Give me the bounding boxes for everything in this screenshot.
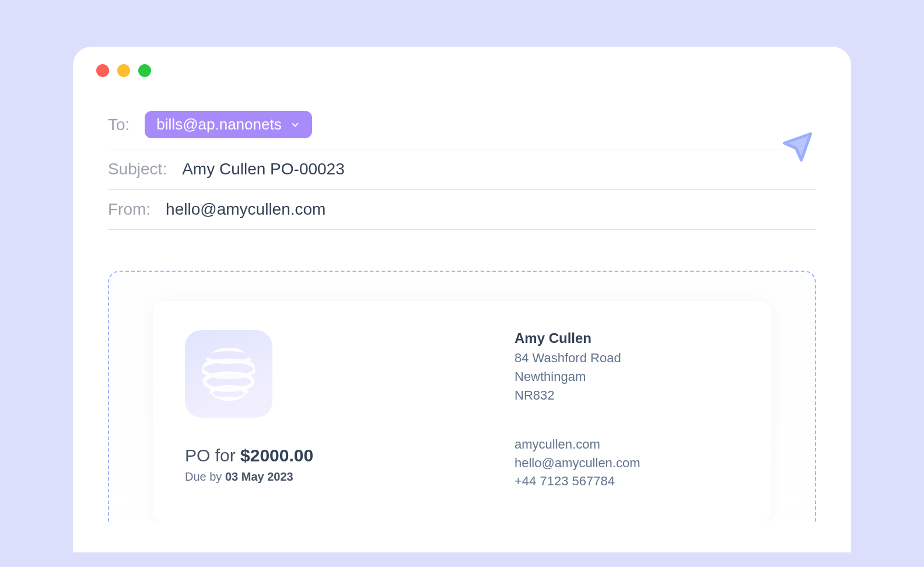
close-window-button[interactable] bbox=[96, 64, 109, 77]
maximize-window-button[interactable] bbox=[138, 64, 151, 77]
po-recipient-section: Amy Cullen 84 Washford Road Newthingam N… bbox=[514, 330, 739, 492]
po-prefix: PO for bbox=[185, 446, 240, 465]
po-due-date: 03 May 2023 bbox=[225, 470, 293, 483]
recipient-name: Amy Cullen bbox=[514, 330, 739, 346]
recipient-chip[interactable]: bills@ap.nanonets bbox=[145, 111, 312, 138]
subject-label: Subject: bbox=[108, 160, 167, 178]
company-logo bbox=[185, 330, 272, 418]
po-summary-section: PO for $2000.00 Due by 03 May 2023 bbox=[185, 330, 410, 492]
recipient-chip-text: bills@ap.nanonets bbox=[156, 116, 281, 134]
chevron-down-icon bbox=[290, 120, 300, 130]
to-field-row: To: bills@ap.nanonets bbox=[108, 100, 816, 149]
globe-icon bbox=[197, 342, 261, 406]
po-due-prefix: Due by bbox=[185, 470, 225, 483]
send-button[interactable] bbox=[782, 131, 813, 163]
from-value: hello@amycullen.com bbox=[166, 200, 326, 219]
app-background: To: bills@ap.nanonets Subject: Amy Culle… bbox=[15, 15, 909, 552]
subject-field-row: Subject: Amy Cullen PO-00023 bbox=[108, 149, 816, 190]
recipient-website: amycullen.com bbox=[514, 435, 739, 454]
address-line-3: NR832 bbox=[514, 386, 739, 405]
svg-point-5 bbox=[220, 398, 238, 406]
attachment-dropzone[interactable]: PO for $2000.00 Due by 03 May 2023 Amy C… bbox=[108, 271, 816, 522]
po-title: PO for $2000.00 bbox=[185, 446, 410, 466]
to-label: To: bbox=[108, 116, 130, 134]
window-controls bbox=[96, 64, 816, 77]
recipient-email: hello@amycullen.com bbox=[514, 454, 739, 473]
recipient-address: 84 Washford Road Newthingam NR832 bbox=[514, 349, 739, 405]
address-line-1: 84 Washford Road bbox=[514, 349, 739, 368]
subject-value[interactable]: Amy Cullen PO-00023 bbox=[182, 160, 345, 178]
address-line-2: Newthingam bbox=[514, 368, 739, 386]
email-compose-window: To: bills@ap.nanonets Subject: Amy Culle… bbox=[73, 47, 851, 552]
recipient-contact: amycullen.com hello@amycullen.com +44 71… bbox=[514, 435, 739, 491]
recipient-phone: +44 7123 567784 bbox=[514, 472, 739, 491]
po-amount: $2000.00 bbox=[240, 446, 313, 465]
purchase-order-card: PO for $2000.00 Due by 03 May 2023 Amy C… bbox=[153, 301, 771, 522]
paper-plane-icon bbox=[782, 131, 813, 163]
from-label: From: bbox=[108, 200, 150, 219]
minimize-window-button[interactable] bbox=[117, 64, 130, 77]
from-field-row: From: hello@amycullen.com bbox=[108, 190, 816, 230]
po-due-line: Due by 03 May 2023 bbox=[185, 470, 410, 484]
